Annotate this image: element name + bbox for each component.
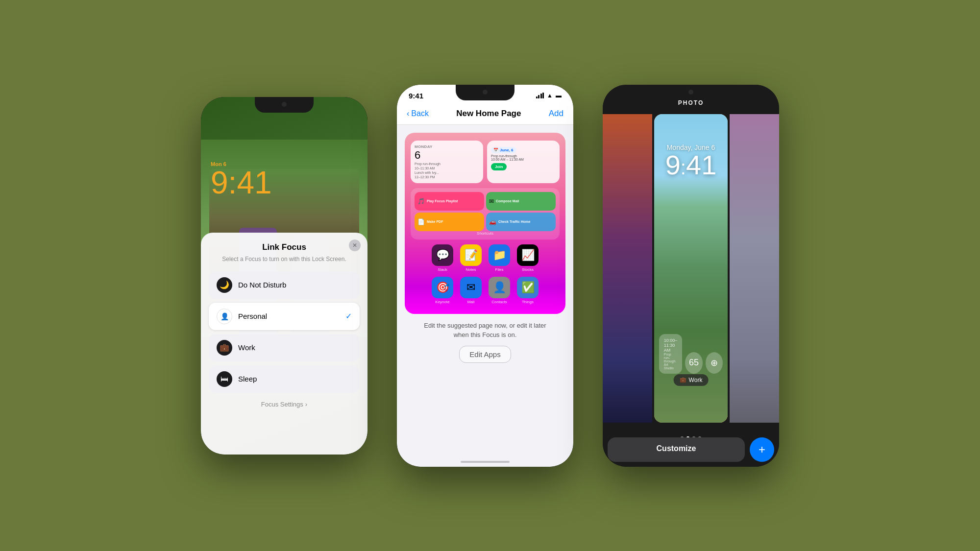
app-row-2: 🎯 Keynote ✉ Mail 👤 Contacts ✅ Things — [411, 277, 560, 304]
shortcut-traffic[interactable]: 🚗 Check Traffic Home — [486, 213, 556, 231]
phone1-screen: Mon 6 9:41 ✕ Link Focus Select a Focus t… — [201, 97, 368, 455]
app-keynote[interactable]: 🎯 Keynote — [432, 277, 453, 304]
phone2-screen: 9:41 ▲ ▬ ‹ Back New Home Page Add — [397, 85, 573, 467]
wallpaper-left[interactable] — [603, 114, 652, 423]
sleep-icon: 🛏 — [217, 371, 232, 387]
app-things[interactable]: ✅ Things — [517, 277, 539, 304]
app-notes[interactable]: 📝 Notes — [460, 244, 482, 272]
lock-widgets: 10:00–11:30 AM Prop run-throughArt Studi… — [659, 334, 723, 374]
shortcut-music[interactable]: 🎵 Play Focus Playlist — [415, 192, 484, 211]
activity-widget: ⊕ — [706, 352, 723, 374]
wallpaper-main[interactable]: Monday, June 6 9:41 10:00–11:30 AM Prop … — [654, 114, 728, 423]
music-icon: 🎵 — [417, 198, 425, 205]
dnd-icon: 🌙 — [217, 277, 232, 293]
app-mail[interactable]: ✉ Mail — [460, 277, 482, 304]
app-contacts[interactable]: 👤 Contacts — [489, 277, 510, 304]
battery-icon: ▬ — [556, 92, 562, 99]
phone2-footer: Edit the suggested page now, or edit it … — [405, 321, 565, 363]
files-icon: 📁 — [489, 244, 510, 266]
customize-button[interactable]: Customize — [608, 437, 745, 462]
mail-app-icon: ✉ — [460, 277, 482, 298]
back-button[interactable]: ‹ Back — [407, 109, 429, 118]
focus-option-personal[interactable]: 👤 Personal ✓ — [209, 303, 360, 330]
things-icon: ✅ — [517, 277, 539, 298]
mail-icon: ✉ — [489, 198, 494, 205]
personal-icon: 👤 — [217, 309, 232, 324]
phone-3: PHOTO Monday, June 6 9:41 10:00–11:30 AM — [603, 85, 779, 467]
stocks-icon: 📈 — [517, 244, 539, 266]
focus-settings-text: Focus Settings — [261, 401, 303, 408]
app-files[interactable]: 📁 Files — [489, 244, 510, 272]
app-row-1: 💬 Slack 📝 Notes 📁 Files 📈 Stocks — [411, 244, 560, 272]
add-wallpaper-button[interactable]: + — [750, 437, 774, 462]
phone2-navbar: ‹ Back New Home Page Add — [397, 104, 573, 125]
work-badge-label: Work — [689, 377, 703, 383]
slack-icon: 💬 — [432, 244, 453, 266]
personal-label: Personal — [238, 312, 340, 320]
footer-description: Edit the suggested page now, or edit it … — [419, 321, 551, 340]
modal-close-button[interactable]: ✕ — [349, 240, 361, 251]
shortcut-pdf[interactable]: 📄 Make PDF — [415, 213, 484, 231]
keynote-icon: 🎯 — [432, 277, 453, 298]
personal-checkmark: ✓ — [345, 311, 352, 321]
webex-join-button[interactable]: Join — [491, 163, 507, 170]
phone-1: Mon 6 9:41 ✕ Link Focus Select a Focus t… — [201, 97, 368, 455]
work-icon: 💼 — [217, 340, 232, 356]
event-time: 10:00–11:30 AM — [664, 338, 678, 353]
link-focus-modal: ✕ Link Focus Select a Focus to turn on w… — [201, 233, 368, 455]
phone2-statusbar: 9:41 ▲ ▬ — [397, 85, 573, 104]
work-label: Work — [238, 343, 352, 352]
phone3-screen: PHOTO Monday, June 6 9:41 10:00–11:30 AM — [603, 85, 779, 467]
status-time: 9:41 — [409, 92, 423, 100]
sleep-label: Sleep — [238, 375, 352, 383]
phone2-content: MONDAY 6 Prop run-through10–11:30 AMLunc… — [397, 125, 573, 371]
phone1-time-display: Mon 6 9:41 — [201, 161, 368, 198]
modal-title: Link Focus — [262, 242, 306, 252]
focus-option-sleep[interactable]: 🛏 Sleep — [209, 365, 360, 393]
phone1-time: 9:41 — [211, 167, 368, 198]
shortcut-row-1: 🎵 Play Focus Playlist ✉ Compose Mail — [415, 192, 556, 211]
event-detail: Prop run-throughArt Studio — [664, 353, 678, 370]
traffic-icon: 🚗 — [489, 218, 496, 225]
photo-header: PHOTO — [603, 99, 779, 106]
nav-title: New Home Page — [456, 109, 521, 119]
shortcuts-widget: 🎵 Play Focus Playlist ✉ Compose Mail 📄 M… — [411, 188, 560, 240]
focus-option-work[interactable]: 💼 Work — [209, 334, 360, 361]
app-slack[interactable]: 💬 Slack — [432, 244, 453, 272]
pdf-icon: 📄 — [417, 218, 425, 225]
event-widget: 10:00–11:30 AM Prop run-throughArt Studi… — [659, 334, 683, 374]
wallpaper-carousel[interactable]: Monday, June 6 9:41 10:00–11:30 AM Prop … — [603, 114, 779, 423]
home-indicator — [461, 461, 510, 463]
shortcuts-label: Shortcuts — [415, 231, 556, 236]
widget-row-1: MONDAY 6 Prop run-through10–11:30 AMLunc… — [411, 141, 560, 183]
shortcut-mail[interactable]: ✉ Compose Mail — [486, 192, 556, 211]
edit-apps-button[interactable]: Edit Apps — [459, 346, 511, 363]
wallpaper-right[interactable] — [730, 114, 779, 423]
back-label: Back — [411, 109, 429, 118]
phone3-bottom-controls: Customize + — [608, 437, 774, 462]
ls-time: 9:41 — [654, 151, 728, 179]
calendar-widget: MONDAY 6 Prop run-through10–11:30 AMLunc… — [411, 141, 483, 183]
status-icons: ▲ ▬ — [536, 92, 562, 99]
focus-settings-link[interactable]: Focus Settings › — [261, 401, 307, 408]
work-badge-icon: 💼 — [680, 377, 686, 383]
modal-subtitle: Select a Focus to turn on with this Lock… — [222, 255, 346, 264]
shortcut-row-2: 📄 Make PDF 🚗 Check Traffic Home — [415, 213, 556, 231]
add-button[interactable]: Add — [549, 109, 564, 119]
focus-settings-chevron: › — [305, 401, 307, 408]
webex-widget: 📅 June, 6 Prop run-through10:00 AM – 11:… — [487, 141, 560, 183]
contacts-icon: 👤 — [489, 277, 510, 298]
signal-icon — [536, 93, 544, 98]
back-chevron: ‹ — [407, 109, 409, 118]
home-page-preview: MONDAY 6 Prop run-through10–11:30 AMLunc… — [405, 133, 565, 314]
dnd-label: Do Not Disturb — [238, 281, 352, 289]
lock-screen-time: Monday, June 6 9:41 — [654, 144, 728, 179]
wifi-icon: ▲ — [547, 92, 553, 99]
temp-widget: 65 — [685, 352, 702, 374]
notes-icon: 📝 — [460, 244, 482, 266]
app-stocks[interactable]: 📈 Stocks — [517, 244, 539, 272]
focus-option-dnd[interactable]: 🌙 Do Not Disturb — [209, 271, 360, 299]
work-focus-badge: 💼 Work — [674, 374, 709, 386]
phone-2: 9:41 ▲ ▬ ‹ Back New Home Page Add — [397, 85, 573, 467]
